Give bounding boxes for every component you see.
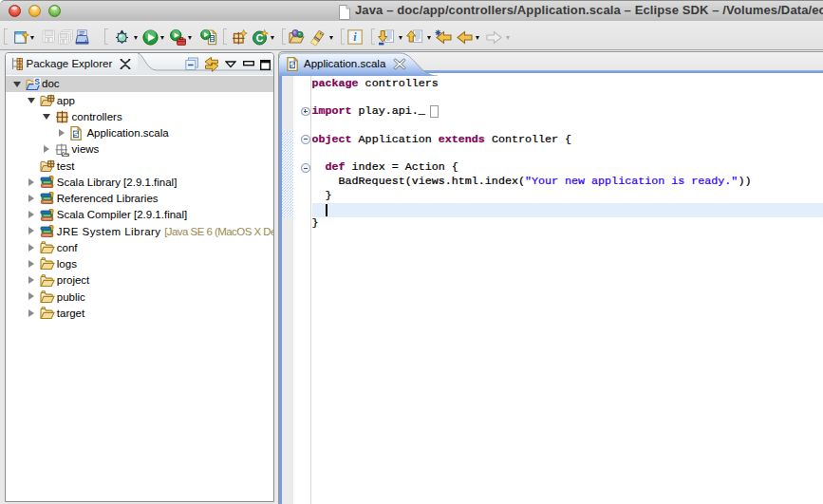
svg-text:S: S xyxy=(34,78,40,86)
